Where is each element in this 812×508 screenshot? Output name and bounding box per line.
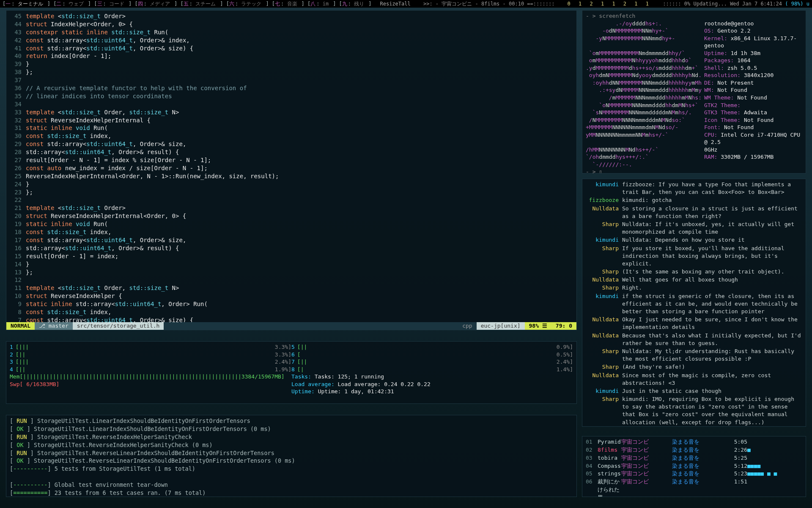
cpu-bar: 7[||2.4%]: [291, 358, 573, 366]
code-line[interactable]: 24 }: [10, 180, 573, 188]
screenfetch-row: :oyhhdNNMMMMMMMNNNmmdddhhhhhyymMhDE: Not…: [586, 79, 802, 87]
workspace-2[interactable]: [二: ウェブ]: [53, 1, 94, 7]
test-line: [ OK ] StorageUtilTest.ReverseLinearInde…: [10, 457, 573, 465]
code-line[interactable]: 30 const std::size_t index,: [10, 132, 573, 140]
code-line[interactable]: 34: [10, 100, 573, 108]
vim-linecol: 79: 0: [551, 322, 576, 330]
screenfetch-row: -yNMMMMMMMMMMMNNNmmdhy+-Kernel: x86_64 L…: [586, 35, 802, 50]
shell-prompt[interactable]: - > ▯: [586, 168, 802, 174]
workspace-counts: 0 1 2 1 1 2 1 1: [568, 1, 651, 7]
workspace-5[interactable]: [五: スチーム]: [181, 1, 226, 7]
test-line: [ RUN ] StorageUtilTest.LinearIndexShoul…: [10, 417, 573, 425]
screenfetch-row: /NMMMMMMMMNNNNmmmdddmNMNdso:`Icon Theme:…: [586, 116, 802, 124]
code-line[interactable]: 41 const std::array<std::uint64_t, Order…: [10, 44, 573, 52]
htop-mem: Mem[||||||||||||||||||||||||||||||||||||…: [10, 373, 291, 381]
screenfetch-row: `omMMMMMMMMMMMMNmdmmmmddhhy/`Uptime: 1d …: [586, 50, 802, 57]
now-playing: >>: - 宇宙コンビニ - 8films - 00:10 ==:::::::: [411, 0, 568, 8]
code-line[interactable]: 45template <std::size_t Order>: [10, 12, 573, 20]
code-line[interactable]: 25 ReverseIndexHelperInternal<Order, N -…: [10, 172, 573, 180]
code-line[interactable]: 31 static inline void Run(: [10, 124, 573, 132]
code-line[interactable]: 26 const auto new_index = index / size[O…: [10, 164, 573, 172]
chat-message: Sharp(And they're safe!): [586, 363, 802, 371]
code-line[interactable]: 21template <std::size_t Order>: [10, 204, 573, 212]
code-line[interactable]: 19 static inline void Run(: [10, 220, 573, 228]
code-line[interactable]: 11template <std::size_t Order, std::size…: [10, 284, 573, 292]
screenfetch-pane[interactable]: - > screenfetch .-/oyddddhs+:. rootnode@…: [582, 10, 806, 174]
test-line: [ OK ] StorageUtilTest.LinearIndexShould…: [10, 425, 573, 433]
screenfetch-row: .ydMMMMMMMMMMdhs++so/smdddhhhhdm+`Shell:…: [586, 64, 802, 72]
xmonad-statusbar: [一: ターミナル] [二: ウェブ] [三: コード] [四: メディア] […: [0, 0, 812, 8]
code-line[interactable]: 23};: [10, 188, 573, 196]
vim-filename: src/tensor/storage_util.h: [73, 322, 164, 330]
test-line: [10, 473, 573, 481]
code-line[interactable]: 29 const std::array<std::uint64_t, Order…: [10, 140, 573, 148]
code-line[interactable]: 28 std::array<std::uint64_t, Order>& res…: [10, 148, 573, 156]
chat-message: kimundifizzbooze: If you have a type Foo…: [586, 181, 802, 196]
workspace-9[interactable]: [九: 残り]: [339, 1, 372, 7]
code-line[interactable]: 39 }: [10, 60, 573, 68]
code-line[interactable]: 16 std::array<std::uint64_t, Order>& res…: [10, 244, 573, 252]
code-line[interactable]: 33template <std::size_t Order, std::size…: [10, 108, 573, 116]
code-line[interactable]: 18 const std::size_t index,: [10, 228, 573, 236]
code-line[interactable]: 13};: [10, 268, 573, 276]
code-line[interactable]: 32struct ReverseIndexHelperInternal {: [10, 116, 573, 124]
workspace-6[interactable]: [六: ラテック]: [226, 1, 272, 7]
code-line[interactable]: 36// A recursive template functor to hel…: [10, 84, 573, 92]
chat-message: kimundiNulldata: Depends on how you stor…: [586, 236, 802, 244]
code-line[interactable]: 15 result[Order - 1] = index;: [10, 252, 573, 260]
clock-updating: :::::: 0% Updating... Wed Jan 7 6:41:24: [663, 1, 782, 7]
playlist-row[interactable]: 01Pyramid宇宙コンビ染まる音を5:05: [586, 438, 802, 446]
code-line[interactable]: 20struct ReverseIndexHelperInternal<Orde…: [10, 212, 573, 220]
code-line[interactable]: 37: [10, 76, 573, 84]
playlist-row[interactable]: 05strings宇宙コンビ染まる音を5:23■■■■■ ■ ■: [586, 470, 802, 478]
htop-tasks-label: Tasks:: [291, 373, 315, 380]
test-line: [==========] 23 tests from 6 test cases …: [10, 489, 573, 497]
workspace-8[interactable]: [八: im]: [307, 1, 339, 7]
code-line[interactable]: 44struct IndexHelper<Order, 0> {: [10, 20, 573, 28]
playlist-row[interactable]: 06裁判にかけられた男宇宙コンビ染まる音を1:51: [586, 478, 802, 497]
screenfetch-row: `-//////:--.: [586, 161, 802, 168]
gtest-output-pane[interactable]: [ RUN ] StorageUtilTest.LinearIndexShoul…: [6, 415, 577, 497]
code-line[interactable]: 40 return index[Order - 1];: [10, 52, 573, 60]
code-line[interactable]: 9 static inline std::array<std::uint64_t…: [10, 300, 573, 308]
screenfetch-row: omMMMMMMMMMMMNhhyyyohmdddhhhdo`Packages:…: [586, 57, 802, 64]
code-line[interactable]: 35// linear indices into tensor coordina…: [10, 92, 573, 100]
irc-chat-pane[interactable]: kimundifizzbooze: If you have a type Foo…: [582, 179, 806, 427]
code-line[interactable]: 27 result[Order - N - 1] = index % size[…: [10, 156, 573, 164]
code-line[interactable]: 22: [10, 196, 573, 204]
htop-pane[interactable]: 1[|||3.3%]2[||3.3%]3[|||2.4%]4[||1.9%] 5…: [6, 341, 577, 404]
chat-message: NulldataWell that goes for all boxes tho…: [586, 276, 802, 284]
ncmpcpp-pane[interactable]: 01Pyramid宇宙コンビ染まる音を5:05028films宇宙コンビ染まる音…: [582, 436, 806, 497]
workspace-7[interactable]: [七: 音楽]: [272, 1, 307, 7]
code-line[interactable]: 17 const std::array<std::uint64_t, Order…: [10, 236, 573, 244]
screenfetch-row: oyhdmNMMMMMMMNdyooydmddddhhhhyhNd.Resolu…: [586, 72, 802, 79]
screenfetch-row: `oNMMMMMMMNNNmmmddddhhdmMNhs+`GTK2 Theme…: [586, 102, 802, 109]
workspace-3[interactable]: [三: コード]: [94, 1, 134, 7]
cpu-bar: 5[||0.9%]: [291, 343, 573, 351]
playlist-row[interactable]: 03tobira宇宙コンビ染まる音を5:25: [586, 454, 802, 462]
code-line[interactable]: 38};: [10, 68, 573, 76]
screenfetch-row: /hMMNNNNNNNNMNdhs++/-` 0GHz: [586, 146, 802, 154]
htop-load-label: Load average:: [291, 381, 338, 387]
workspace-1[interactable]: [一: ターミナル]: [3, 1, 53, 7]
playlist-row[interactable]: 028films宇宙コンビ染まる音を2:26■: [586, 446, 802, 454]
chat-message: SharpRight.: [586, 284, 802, 292]
workspace-4[interactable]: [四: メディア]: [134, 1, 180, 7]
chat-message: kimundiJust in the static case though: [586, 387, 802, 395]
code-line[interactable]: 12: [10, 276, 573, 284]
cpu-bar: 4[||1.9%]: [10, 366, 291, 373]
vim-editor-pane[interactable]: 45template <std::size_t Order>44struct I…: [6, 10, 577, 330]
test-line: [----------] Global test environment tea…: [10, 481, 573, 489]
battery-pct: ( 98%) u: [785, 1, 809, 7]
htop-uptime-label: Uptime:: [291, 388, 318, 395]
chat-message: Sharp(It's the same as boxing any other …: [586, 268, 802, 276]
code-line[interactable]: 8 const std::size_t index,: [10, 308, 573, 316]
cpu-bar: 3[|||2.4%]: [10, 358, 291, 366]
htop-load: Load average: 0.24 0.22 0.22: [338, 381, 431, 387]
code-line[interactable]: 14 }: [10, 260, 573, 268]
playlist-row[interactable]: 04Compass宇宙コンビ染まる音を5:12■■■■: [586, 462, 802, 470]
test-line: [ RUN ] StorageUtilTest.ReverseIndexHelp…: [10, 433, 573, 441]
code-line[interactable]: 43 constexpr static inline std::size_t R…: [10, 28, 573, 36]
code-line[interactable]: 10struct ReverseIndexHelper {: [10, 292, 573, 300]
code-line[interactable]: 42 const std::array<std::uint64_t, Order…: [10, 36, 573, 44]
